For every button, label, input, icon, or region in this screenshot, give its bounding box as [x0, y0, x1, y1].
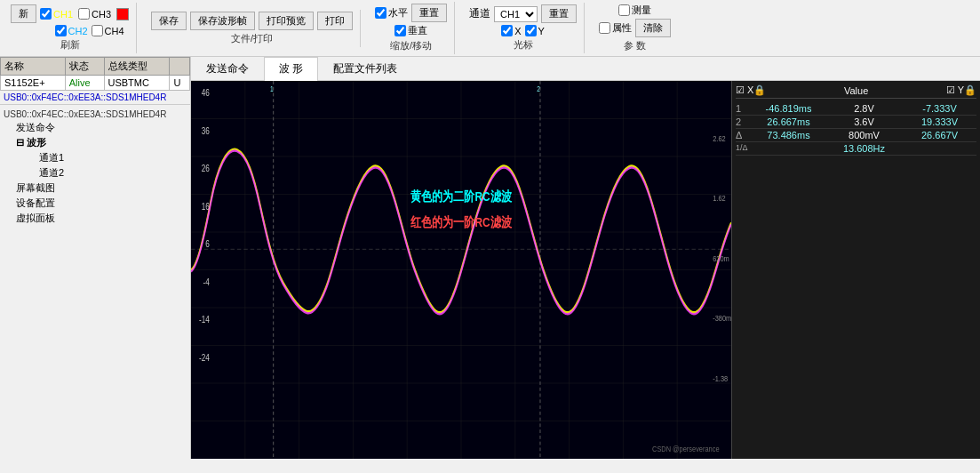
- new-button[interactable]: 新: [11, 4, 36, 23]
- waveform-area: 46 36 26 16 6 -4 -14 -24 2.62 1.62 620m …: [191, 81, 980, 459]
- svg-text:-24: -24: [199, 352, 210, 363]
- vertical-checkbox-label[interactable]: 垂直: [394, 24, 427, 37]
- meas-y-check: ☑ Y: [946, 84, 964, 96]
- device-col4-cell: U: [170, 76, 190, 91]
- print-preview-button[interactable]: 打印预览: [259, 12, 314, 30]
- sidebar-tree: USB0::0xF4EC::0xEE3A::SDS1MHED4R 发送命令 ⊟ …: [0, 105, 190, 459]
- svg-text:-380m: -380m: [713, 313, 731, 323]
- ch1-checkbox[interactable]: [40, 8, 52, 20]
- col-bus-type: 总线类型: [104, 58, 170, 76]
- y-label: Y: [538, 26, 545, 36]
- meas-row2-num: 2: [736, 116, 750, 127]
- svg-text:6: 6: [205, 238, 210, 249]
- horizontal-checkbox[interactable]: [375, 7, 386, 19]
- tab-config-list[interactable]: 配置文件列表: [318, 57, 412, 80]
- meas-delta-y: 26.667V: [903, 130, 976, 140]
- measure-checkbox[interactable]: [618, 4, 630, 16]
- x-checkbox[interactable]: [501, 25, 513, 36]
- tree-screenshot-item[interactable]: 屏幕截图: [14, 180, 187, 196]
- table-row[interactable]: S1152E+ Alive USBTMC U: [1, 76, 190, 91]
- save-waveform-button[interactable]: 保存波形帧: [190, 12, 255, 30]
- tree-ch2-item[interactable]: 通道2: [25, 165, 187, 180]
- svg-text:2: 2: [537, 84, 540, 93]
- reset-zoom-button[interactable]: 重置: [411, 4, 447, 22]
- ch3-checkbox[interactable]: [78, 8, 90, 20]
- svg-text:16: 16: [202, 201, 210, 212]
- horizontal-checkbox-label[interactable]: 水平: [375, 6, 408, 20]
- clear-button[interactable]: 清除: [635, 19, 671, 37]
- meas-row-inv-delta: 1/Δ 13.608Hz: [736, 142, 976, 156]
- tree-waveform-group: 通道1 通道2: [14, 150, 187, 180]
- device-path[interactable]: USB0::0xF4EC::0xEE3A::SDS1MHED4R: [0, 91, 190, 105]
- ch4-label: CH4: [105, 26, 124, 36]
- device-name-cell: S1152E+: [1, 76, 66, 91]
- toolbar-group-params: 测量 属性 清除 参 数: [592, 2, 678, 54]
- meas-row1-y: -7.333V: [903, 103, 976, 114]
- tab-waveform[interactable]: 波 形: [264, 57, 318, 81]
- meas-row1-num: 1: [736, 103, 750, 114]
- ch3-label: CH3: [92, 9, 111, 20]
- vertical-checkbox[interactable]: [394, 25, 406, 36]
- tree-waveform-item[interactable]: ⊟ 波形: [14, 135, 187, 150]
- print-button[interactable]: 打印: [317, 12, 353, 30]
- tabs-bar: 发送命令 波 形 配置文件列表: [191, 57, 980, 81]
- zoom-move-label: 缩放/移动: [390, 39, 432, 52]
- meas-row2-val: 3.6V: [827, 116, 901, 127]
- tree-screenshot-label: 屏幕截图: [16, 182, 55, 193]
- col-name: 名称: [1, 58, 66, 76]
- refresh-label: 刷新: [60, 38, 80, 52]
- ch1-checkbox-label[interactable]: CH1: [40, 8, 73, 20]
- meas-delta-label: Δ: [736, 130, 750, 140]
- tree-virtual-panel-item[interactable]: 虚拟面板: [14, 211, 187, 226]
- meas-inv-delta-label: 1/Δ: [736, 143, 750, 154]
- toolbar-group-zoom: 水平 重置 垂直 缩放/移动: [368, 2, 455, 54]
- ch2-checkbox[interactable]: [55, 25, 67, 36]
- measure-checkbox-label[interactable]: 测量: [618, 4, 651, 17]
- tree-device-config-item[interactable]: 设备配置: [14, 196, 187, 211]
- minus-icon: ⊟: [16, 137, 24, 148]
- waveform-svg: 46 36 26 16 6 -4 -14 -24 2.62 1.62 620m …: [191, 81, 731, 459]
- tree-group: 发送命令 ⊟ 波形 通道1 通道2 屏幕截图: [4, 120, 187, 226]
- x-checkbox-label[interactable]: X: [501, 25, 521, 36]
- svg-text:46: 46: [202, 87, 210, 98]
- color-indicator: [116, 8, 129, 20]
- ch1-label: CH1: [53, 9, 73, 20]
- ch2-label: CH2: [68, 26, 88, 36]
- sidebar: 名称 状态 总线类型 S1152E+ Alive USBTMC U USB0::…: [0, 57, 191, 459]
- measure-label: 测量: [632, 4, 651, 17]
- svg-text:1: 1: [270, 84, 274, 93]
- tab-send-cmd[interactable]: 发送命令: [191, 57, 264, 80]
- ch2-checkbox-label[interactable]: CH2: [55, 25, 88, 36]
- ch4-checkbox[interactable]: [92, 25, 103, 36]
- tree-send-cmd[interactable]: 发送命令: [14, 120, 187, 135]
- tree-root-item[interactable]: USB0::0xF4EC::0xEE3A::SDS1MHED4R: [4, 108, 187, 120]
- meas-lock1: 🔒: [753, 84, 766, 96]
- channel-label: 通道: [469, 6, 490, 21]
- y-checkbox-label[interactable]: Y: [525, 25, 545, 36]
- svg-text:-14: -14: [199, 314, 210, 325]
- channel-select[interactable]: CH1 CH2: [494, 6, 538, 22]
- svg-text:CSDN @perseverance: CSDN @perseverance: [652, 444, 720, 453]
- y-checkbox[interactable]: [525, 25, 537, 36]
- reset-cursor-button[interactable]: 重置: [541, 4, 577, 23]
- meas-value-label: Value: [766, 85, 945, 96]
- device-bus-cell: USBTMC: [104, 76, 170, 91]
- meas-inv-delta-val: 13.608Hz: [752, 143, 976, 154]
- measurements-header: ☑ X 🔒 Value ☑ Y 🔒: [736, 84, 976, 99]
- properties-checkbox[interactable]: [599, 22, 610, 34]
- oscilloscope[interactable]: 46 36 26 16 6 -4 -14 -24 2.62 1.62 620m …: [191, 81, 731, 459]
- tree-ch1-item[interactable]: 通道1: [25, 150, 187, 165]
- meas-row-2: 2 26.667ms 3.6V 19.333V: [736, 116, 976, 129]
- toolbar-group-file: 保存 保存波形帧 打印预览 打印 文件/打印: [144, 10, 361, 47]
- save-button[interactable]: 保存: [151, 12, 187, 30]
- ch3-checkbox-label[interactable]: CH3: [78, 8, 111, 20]
- properties-label: 属性: [612, 21, 632, 35]
- vertical-label: 垂直: [408, 24, 427, 37]
- device-status-cell: Alive: [65, 76, 104, 91]
- device-table: 名称 状态 总线类型 S1152E+ Alive USBTMC U: [0, 57, 190, 91]
- meas-row2-y: 19.333V: [903, 116, 976, 127]
- meas-row1-x: -46.819ms: [752, 103, 825, 114]
- ch4-checkbox-label[interactable]: CH4: [92, 25, 124, 36]
- tree-waveform-label: 波形: [27, 137, 46, 148]
- properties-checkbox-label[interactable]: 属性: [599, 21, 632, 35]
